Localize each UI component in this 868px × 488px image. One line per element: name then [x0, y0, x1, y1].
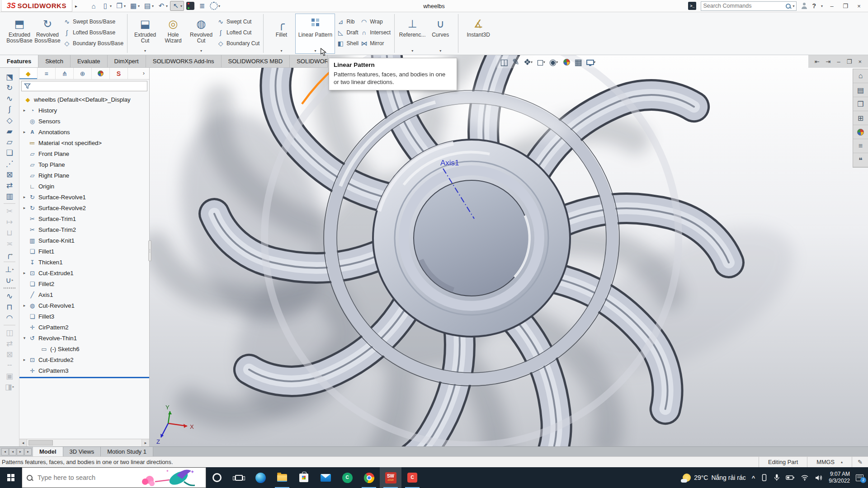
task-pane-tab[interactable]: [853, 153, 868, 167]
quick-access-button[interactable]: ▾: [114, 1, 127, 11]
taskbar-app[interactable]: [250, 467, 271, 488]
taskbar-app[interactable]: [206, 467, 228, 488]
evaluate-icon[interactable]: [512, 57, 519, 67]
ribbon-small-button[interactable]: Mirror: [360, 39, 391, 47]
scroll-prev-icon[interactable]: ◂: [9, 448, 16, 455]
ribbon-button[interactable]: Hole Wizard: [159, 14, 187, 54]
ribbon-button[interactable]: RevolvedBoss/Base: [33, 14, 61, 54]
taskbar-app[interactable]: [315, 467, 336, 488]
scroll-right-icon[interactable]: ▸: [142, 439, 149, 446]
toolbar-button[interactable]: [6, 115, 12, 126]
tree-item[interactable]: Surface-Knit1: [19, 235, 149, 246]
menu-expand-arrow-icon[interactable]: ▸: [75, 4, 77, 9]
task-pane-tab[interactable]: [853, 97, 868, 111]
toolbar-button[interactable]: [6, 327, 13, 338]
document-tab[interactable]: Motion Study 1: [101, 447, 153, 456]
apply-scene-icon[interactable]: [574, 57, 582, 67]
toolbar-button[interactable]: ▸: [5, 264, 14, 275]
taskbar-app[interactable]: C: [401, 467, 423, 488]
expand-arrow-icon[interactable]: [21, 271, 28, 275]
annotation-pen-icon[interactable]: ✎: [852, 457, 868, 467]
tree-item[interactable]: CirPattern3: [19, 365, 149, 376]
minimize-icon[interactable]: [837, 58, 840, 65]
command-search[interactable]: ▾: [701, 1, 797, 11]
dropdown-caret-icon[interactable]: ▾: [138, 4, 140, 8]
task-pane-tab[interactable]: [853, 69, 868, 83]
tree-item[interactable]: Origin: [19, 181, 149, 192]
units-selector[interactable]: MMGS ▴: [807, 457, 852, 467]
tree-item[interactable]: (-) Sketch6: [19, 343, 149, 354]
tree-item[interactable]: Cut-Revolve1: [19, 300, 149, 311]
toolbar-button[interactable]: [6, 136, 12, 147]
model-wheel[interactable]: [155, 55, 816, 446]
panel-tab[interactable]: [92, 68, 110, 79]
expand-arrow-icon[interactable]: [21, 206, 28, 210]
tree-item[interactable]: Surface-Trim2: [19, 224, 149, 235]
tree-item[interactable]: Axis1: [19, 289, 149, 300]
panel-tab[interactable]: [19, 68, 38, 79]
expand-arrow-icon[interactable]: [21, 336, 28, 340]
task-pane-tab[interactable]: [853, 111, 868, 125]
view-settings-icon[interactable]: [586, 60, 594, 65]
quick-access-button[interactable]: ▾: [128, 1, 141, 11]
dropdown-caret-icon[interactable]: ▸: [11, 253, 13, 256]
toolbar-button[interactable]: [6, 206, 13, 216]
panel-expand-icon[interactable]: ›: [139, 70, 148, 76]
toolbar-button[interactable]: [6, 180, 13, 191]
quick-access-button[interactable]: ▾: [156, 1, 169, 11]
tree-item[interactable]: Cut-Extrude2: [19, 354, 149, 365]
document-tab[interactable]: 3D Views: [63, 447, 101, 456]
tree-item[interactable]: Revolve-Thin1: [19, 333, 149, 343]
task-pane-tab[interactable]: [853, 83, 868, 97]
toolbar-button[interactable]: [6, 158, 14, 169]
taskbar-app[interactable]: [228, 467, 250, 488]
tray-expand-icon[interactable]: ^: [752, 474, 755, 481]
dropdown-caret-icon[interactable]: ▸: [12, 267, 14, 271]
taskbar-app[interactable]: [293, 467, 315, 488]
toolbar-button[interactable]: [6, 147, 13, 158]
dropdown-caret-icon[interactable]: ▾: [439, 49, 441, 53]
help-caret-icon[interactable]: ▾: [821, 4, 823, 8]
taskbar-app[interactable]: C: [336, 467, 358, 488]
ribbon-small-button[interactable]: Rib: [337, 18, 359, 26]
ribbon-button[interactable]: Fillet ▾: [267, 14, 295, 54]
ribbon-small-button[interactable]: Shell: [337, 39, 359, 47]
quick-access-button[interactable]: ▾: [142, 1, 155, 11]
window-minimize-button[interactable]: [827, 3, 836, 9]
notification-center-icon[interactable]: 2: [856, 474, 863, 481]
login-icon[interactable]: [801, 3, 807, 9]
battery-icon[interactable]: [786, 474, 795, 481]
ribbon-small-button[interactable]: Intersect: [360, 28, 391, 37]
tree-item[interactable]: Surface-Revolve2: [19, 202, 149, 213]
tree-item[interactable]: Fillet2: [19, 278, 149, 289]
command-search-input[interactable]: [703, 3, 786, 9]
dropdown-caret-icon[interactable]: ▸: [12, 278, 14, 282]
tree-item[interactable]: Front Plane: [19, 148, 149, 159]
toolbar-button[interactable]: [9, 104, 11, 115]
tree-item[interactable]: Right Plane: [19, 170, 149, 181]
toolbar-button[interactable]: [6, 238, 13, 249]
ribbon-small-button[interactable]: Boundary Boss/Base: [63, 39, 123, 47]
dropdown-caret-icon[interactable]: ▾: [280, 49, 282, 53]
weather-widget[interactable]: 29°C Nắng rải rác: [683, 474, 746, 482]
ribbon-button[interactable]: ExtrudedBoss/Base: [5, 14, 33, 54]
toolbar-button[interactable]: [6, 227, 12, 238]
toolbar-button[interactable]: [6, 349, 13, 360]
quick-access-button[interactable]: ▾: [100, 1, 113, 11]
tree-item[interactable]: Annotations: [19, 127, 149, 137]
dropdown-caret-icon[interactable]: ▾: [110, 4, 112, 8]
dropdown-caret-icon[interactable]: ▸: [13, 385, 14, 389]
task-pane-tab[interactable]: [853, 139, 868, 153]
panel-tab[interactable]: [110, 68, 128, 79]
expand-arrow-icon[interactable]: [21, 108, 28, 113]
previous-window-icon[interactable]: [815, 58, 820, 65]
hide-show-items-icon[interactable]: [549, 57, 557, 67]
tree-item[interactable]: Thicken1: [19, 257, 149, 267]
taskbar-app[interactable]: SW2018: [380, 467, 401, 488]
scrollbar-thumb[interactable]: [28, 440, 53, 446]
panel-tab[interactable]: [38, 68, 56, 79]
toolbar-button[interactable]: [6, 301, 12, 312]
ribbon-small-button[interactable]: Swept Cut: [217, 18, 259, 26]
ribbon-button[interactable]: Referenc... ▾: [398, 14, 426, 54]
dropdown-caret-icon[interactable]: ▾: [314, 49, 316, 53]
